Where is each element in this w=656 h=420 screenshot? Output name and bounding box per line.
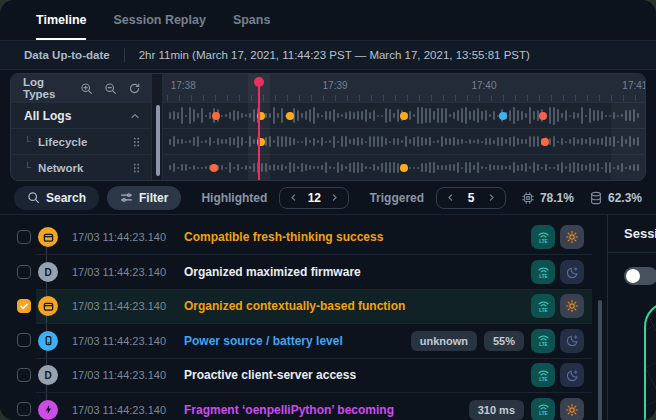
log-type-row-lifecycle[interactable]: └Lifecycle xyxy=(11,128,151,154)
lte-badge[interactable]: LTE xyxy=(531,398,555,420)
event-marker[interactable] xyxy=(210,164,218,172)
log-types-header: Log Types xyxy=(11,74,151,102)
log-types-rows: All Logs└Lifecycle└Network xyxy=(11,102,151,180)
chevron-up-icon[interactable] xyxy=(129,110,141,122)
log-message[interactable]: Power source / battery level xyxy=(184,334,343,348)
tab-timeline[interactable]: Timeline xyxy=(36,0,86,40)
search-button[interactable]: Search xyxy=(14,186,99,210)
lte-badge[interactable]: LTE xyxy=(531,294,555,318)
log-message[interactable]: Fragment ‘oenpelliPython’ becoming xyxy=(184,403,394,417)
timeline-panel: Log Types All Logs└Lifecycle└Network 17:… xyxy=(10,73,646,181)
data-bar: Data Up-to-date 2hr 11min (March 17, 202… xyxy=(0,41,656,70)
log-message[interactable]: Compatible fresh-thinking success xyxy=(184,230,383,244)
event-marker[interactable] xyxy=(212,112,220,120)
event-marker[interactable] xyxy=(400,112,408,120)
event-marker[interactable] xyxy=(541,138,549,146)
session-toggle[interactable] xyxy=(624,267,656,285)
lte-badge[interactable]: LTE xyxy=(531,260,555,284)
sun-badge[interactable] xyxy=(560,398,584,420)
cpu-icon xyxy=(521,191,535,205)
event-marker[interactable] xyxy=(400,164,408,172)
log-value-pill: unknown xyxy=(411,331,477,351)
resource-meters: 78.1% 62.3% xyxy=(521,191,642,205)
log-row[interactable]: D 17/03 11:44:23.140 Organized maximized… xyxy=(0,254,592,288)
log-timestamp: 17/03 11:44:23.140 xyxy=(72,300,176,312)
log-timestamp: 17/03 11:44:23.140 xyxy=(72,369,176,381)
tab-spans[interactable]: Spans xyxy=(233,0,271,40)
row-checkbox[interactable] xyxy=(17,402,31,416)
bottom-section: 17/03 11:44:23.140 Compatible fresh-thin… xyxy=(0,214,656,420)
battery-icon xyxy=(38,331,58,351)
moon-badge[interactable] xyxy=(560,260,584,284)
row-checkbox[interactable] xyxy=(17,265,31,279)
time-tick-label: 17:38 xyxy=(171,80,196,91)
row-checkbox[interactable] xyxy=(17,368,31,382)
log-message[interactable]: Proactive client-server access xyxy=(184,368,356,382)
time-tick-label: 17:39 xyxy=(323,80,348,91)
moon-badge[interactable] xyxy=(560,329,584,353)
chevron-left-icon[interactable] xyxy=(446,193,455,202)
session-panel-body: Da xyxy=(608,253,656,420)
wave-row-network[interactable] xyxy=(163,154,645,180)
sun-badge[interactable] xyxy=(560,294,584,318)
waveform-area: 17:3817:3917:4017:41 xyxy=(163,74,645,180)
event-marker[interactable] xyxy=(286,112,294,120)
device-preview[interactable] xyxy=(644,301,656,420)
log-row[interactable]: 17/03 11:44:23.140 Organized contextuall… xyxy=(0,289,592,323)
log-row[interactable]: 17/03 11:44:23.140 Compatible fresh-thin… xyxy=(0,220,592,254)
moon-badge[interactable] xyxy=(560,363,584,387)
log-types-title: Log Types xyxy=(23,76,69,100)
lte-badge[interactable]: LTE xyxy=(531,225,555,249)
svg-text:LTE: LTE xyxy=(539,377,547,382)
event-marker[interactable] xyxy=(499,112,507,120)
drag-handle-icon[interactable] xyxy=(132,162,141,174)
wave-row-all-logs[interactable] xyxy=(163,102,645,128)
svg-text:LTE: LTE xyxy=(539,342,547,347)
session-panel-header: Session xyxy=(608,215,656,253)
log-row[interactable]: D 17/03 11:44:23.140 Proactive client-se… xyxy=(0,358,592,392)
lte-badge[interactable]: LTE xyxy=(531,329,555,353)
chevron-right-icon[interactable] xyxy=(330,193,339,202)
row-checkbox[interactable] xyxy=(17,299,31,313)
row-checkbox[interactable] xyxy=(17,230,31,244)
time-tick-label: 17:41 xyxy=(622,80,646,91)
chevron-right-icon[interactable] xyxy=(487,193,496,202)
svg-text:LTE: LTE xyxy=(539,239,547,244)
log-timestamp: 17/03 11:44:23.140 xyxy=(72,404,176,416)
divider xyxy=(124,48,125,62)
app-window: TimelineSession ReplaySpans Data Up-to-d… xyxy=(0,0,656,420)
filter-button[interactable]: Filter xyxy=(107,186,181,210)
drag-handle-icon[interactable] xyxy=(132,136,141,148)
debug-icon: D xyxy=(38,262,58,282)
sun-badge[interactable] xyxy=(560,225,584,249)
card-icon xyxy=(38,227,58,247)
log-type-row-network[interactable]: └Network xyxy=(11,154,151,180)
zoom-out-icon[interactable] xyxy=(104,82,117,95)
chevron-left-icon[interactable] xyxy=(289,193,298,202)
wave-row-lifecycle[interactable] xyxy=(163,128,645,154)
tab-session-replay[interactable]: Session Replay xyxy=(113,0,205,40)
playhead[interactable] xyxy=(258,81,260,180)
lte-badge[interactable]: LTE xyxy=(531,363,555,387)
database-icon xyxy=(589,191,603,205)
log-types-panel: Log Types All Logs└Lifecycle└Network xyxy=(11,74,151,180)
log-row[interactable]: 17/03 11:44:23.140 Fragment ‘oenpelliPyt… xyxy=(0,392,592,420)
time-ruler[interactable]: 17:3817:3917:4017:41 xyxy=(163,74,645,102)
timeline-scrollbar[interactable] xyxy=(151,74,163,180)
waveform xyxy=(163,129,645,154)
row-checkbox[interactable] xyxy=(17,333,31,347)
refresh-icon[interactable] xyxy=(128,82,141,95)
log-type-row-all-logs[interactable]: All Logs xyxy=(11,102,151,128)
zoom-in-icon[interactable] xyxy=(80,82,93,95)
log-list-scrollbar[interactable] xyxy=(592,215,607,420)
debug-icon: D xyxy=(38,365,58,385)
log-message[interactable]: Organized maximized firmware xyxy=(184,265,361,279)
timeline-scrollbar-thumb[interactable] xyxy=(156,105,160,176)
log-list-scrollbar-thumb[interactable] xyxy=(598,300,602,420)
log-message[interactable]: Organized contextually-based function xyxy=(184,299,405,313)
triggered-value: 5 xyxy=(464,191,478,205)
event-marker[interactable] xyxy=(539,112,547,120)
svg-text:LTE: LTE xyxy=(539,411,547,416)
log-value-pill: 310 ms xyxy=(469,400,524,420)
log-row[interactable]: 17/03 11:44:23.140 Power source / batter… xyxy=(0,323,592,357)
